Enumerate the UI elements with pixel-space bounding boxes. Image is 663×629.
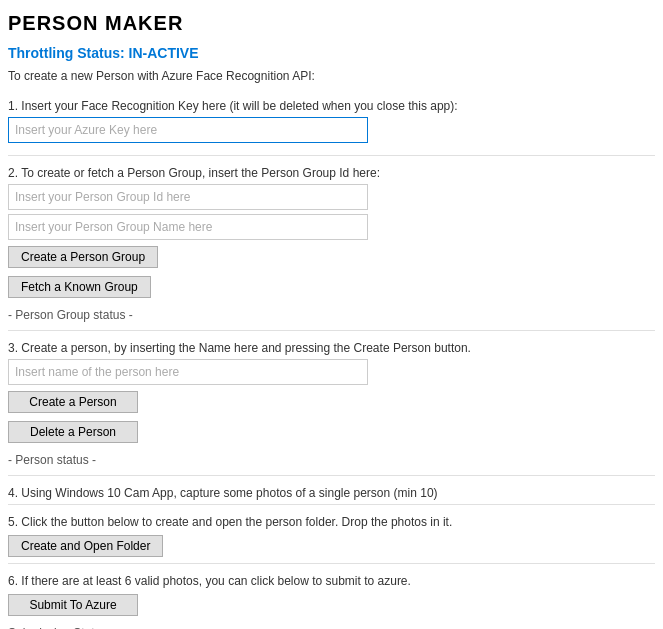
person-group-status: - Person Group status - bbox=[8, 304, 655, 326]
fetch-known-group-button[interactable]: Fetch a Known Group bbox=[8, 276, 151, 298]
step6-label: 6. If there are at least 6 valid photos,… bbox=[8, 574, 655, 588]
create-open-folder-button[interactable]: Create and Open Folder bbox=[8, 535, 163, 557]
azure-key-input[interactable] bbox=[8, 117, 368, 143]
delete-person-button[interactable]: Delete a Person bbox=[8, 421, 138, 443]
create-person-group-button[interactable]: Create a Person Group bbox=[8, 246, 158, 268]
step4-label: 4. Using Windows 10 Cam App, capture som… bbox=[8, 486, 655, 500]
submission-status-label-1: Submission Status: bbox=[8, 622, 655, 629]
person-name-input[interactable] bbox=[8, 359, 368, 385]
step5-label: 5. Click the button below to create and … bbox=[8, 515, 655, 529]
step1-description: To create a new Person with Azure Face R… bbox=[8, 69, 655, 83]
step2-label: 2. To create or fetch a Person Group, in… bbox=[8, 166, 655, 180]
step1-label: 1. Insert your Face Recognition Key here… bbox=[8, 99, 655, 113]
step3-label: 3. Create a person, by inserting the Nam… bbox=[8, 341, 655, 355]
app-title: PERSON MAKER bbox=[8, 12, 655, 35]
person-group-id-input[interactable] bbox=[8, 184, 368, 210]
person-status: - Person status - bbox=[8, 449, 655, 471]
throttle-status: Throttling Status: IN-ACTIVE bbox=[8, 45, 655, 61]
create-person-button[interactable]: Create a Person bbox=[8, 391, 138, 413]
person-group-name-input[interactable] bbox=[8, 214, 368, 240]
submit-to-azure-button[interactable]: Submit To Azure bbox=[8, 594, 138, 616]
